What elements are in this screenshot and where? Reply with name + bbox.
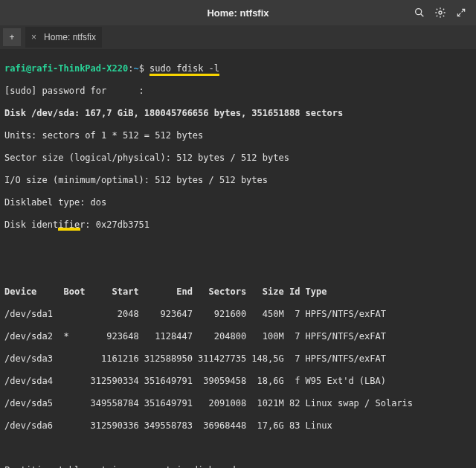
maximize-icon[interactable] [452, 4, 470, 22]
svg-point-0 [416, 9, 422, 15]
sudo-password-line: [sudo] password for : [4, 86, 472, 97]
prompt-user: rafi@rafi-ThinkPad-X220 [4, 63, 128, 74]
tab-active[interactable]: × Home: ntfsfix [25, 27, 102, 48]
disk-info-3: Disklabel type: dos [4, 197, 472, 208]
tabbar: + × Home: ntfsfix [0, 25, 476, 49]
partition-header: Device Boot Start End Sectors Size Id Ty… [4, 286, 472, 298]
table-row: /dev/sda1 2048 923647 921600 450M 7 HPFS… [4, 309, 472, 320]
terminal-window: Home: ntfsfix + × Home: ntfsfix rafi@raf… [0, 0, 476, 468]
table-row: /dev/sda5 349558784 351649791 2091008 10… [4, 398, 472, 409]
tab-label: Home: ntfsfix [44, 32, 96, 42]
svg-line-1 [421, 14, 424, 17]
table-row: /dev/sda2 * 923648 1128447 204800 100M 7… [4, 331, 472, 342]
table-row: /dev/sda6 312590336 349558783 36968448 1… [4, 420, 472, 432]
terminal-body[interactable]: rafi@rafi-ThinkPad-X220:~$ sudo fdisk -l… [0, 49, 476, 468]
svg-point-2 [439, 11, 442, 14]
partition-note: Partition table entries are not in disk … [4, 465, 472, 468]
new-tab-button[interactable]: + [3, 28, 21, 46]
table-row: /dev/sda4 312590334 351649791 39059458 1… [4, 376, 472, 387]
window-title: Home: ntfsfix [0, 7, 476, 19]
table-row: /dev/sda3 1161216 312588950 311427735 14… [4, 353, 472, 365]
highlight-marker-icon [58, 221, 80, 231]
disk-info-1: Sector size (logical/physical): 512 byte… [4, 153, 472, 164]
prompt-path: ~ [133, 63, 138, 74]
gear-icon[interactable] [431, 4, 449, 22]
close-tab-icon[interactable]: × [31, 32, 36, 42]
disk-info-0: Units: sectors of 1 * 512 = 512 bytes [4, 130, 472, 141]
titlebar: Home: ntfsfix [0, 0, 476, 25]
disk-header: Disk /dev/sda: 167,7 GiB, 180045766656 b… [4, 108, 472, 119]
search-icon[interactable] [411, 4, 428, 22]
disk-info-2: I/O size (minimum/optimal): 512 bytes / … [4, 175, 472, 186]
command-fdisk: sudo fdisk -l [149, 63, 219, 76]
